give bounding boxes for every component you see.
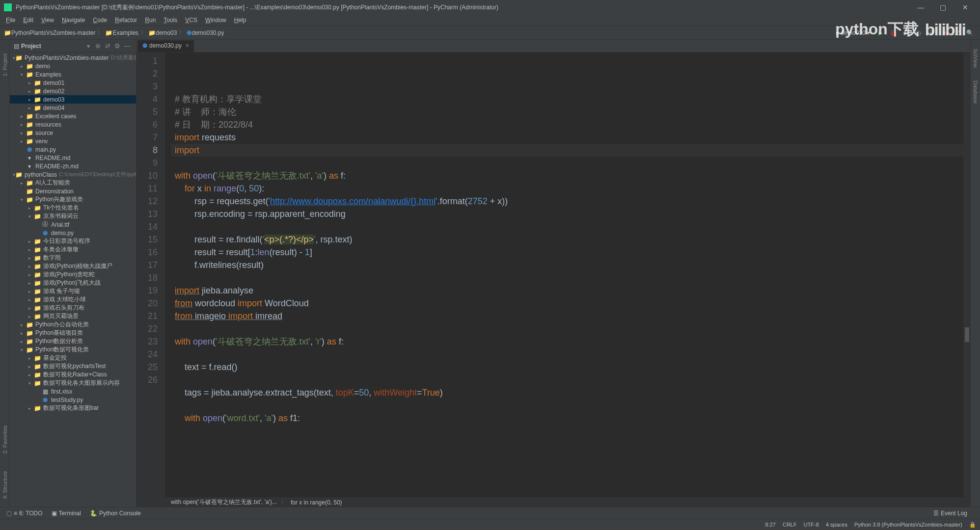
- menu-edit[interactable]: Edit: [19, 17, 37, 24]
- code-line[interactable]: result = result[1:len(result) - 1]: [175, 246, 963, 259]
- menu-run[interactable]: Run: [141, 17, 160, 24]
- code-line[interactable]: [175, 271, 963, 284]
- close-tab-icon[interactable]: ×: [186, 42, 189, 49]
- tree-item[interactable]: ▾📁pythonClassC:\Users\EDY\Desktop\文件\pyt…: [10, 170, 136, 179]
- tree-item[interactable]: ▸📁游戏 兔子与獾: [10, 287, 136, 295]
- tree-item[interactable]: ▾README.md: [10, 154, 136, 162]
- line-number[interactable]: 15: [136, 233, 158, 246]
- line-number[interactable]: 4: [136, 93, 158, 106]
- tree-item[interactable]: 📁Demonstration: [10, 187, 136, 195]
- editor-tab[interactable]: ⬢demo030.py×: [137, 40, 194, 52]
- run-button[interactable]: ▶: [875, 27, 886, 38]
- expand-arrow-icon[interactable]: ▸: [28, 272, 33, 277]
- code-line[interactable]: [175, 322, 963, 335]
- tree-item[interactable]: ▸📁Python数据分析类: [10, 337, 136, 345]
- code-line[interactable]: [175, 348, 963, 361]
- tree-item[interactable]: ▾📁Examples: [10, 70, 136, 79]
- expand-arrow-icon[interactable]: ▸: [28, 106, 33, 110]
- code-line[interactable]: result = re.findall('<p>(.*?)</p>', rsp.…: [175, 233, 963, 246]
- tree-item[interactable]: ▸📁demo01: [10, 79, 136, 87]
- expand-arrow-icon[interactable]: ▾: [28, 381, 33, 386]
- tree-item[interactable]: ▸📁游戏石头剪刀布: [10, 304, 136, 312]
- select-opened-file-button[interactable]: ⊕: [93, 42, 103, 50]
- expand-all-button[interactable]: ⇄: [103, 42, 112, 50]
- expand-arrow-icon[interactable]: ▸: [28, 356, 33, 361]
- menu-navigate[interactable]: Navigate: [58, 17, 89, 24]
- code-breadcrumb-item[interactable]: for x in range(0, 50): [291, 499, 342, 506]
- menu-file[interactable]: File: [2, 17, 19, 24]
- expand-arrow-icon[interactable]: ▸: [28, 97, 33, 102]
- expand-arrow-icon[interactable]: ▸: [28, 314, 33, 319]
- expand-arrow-icon[interactable]: ▾: [21, 72, 26, 77]
- expand-arrow-icon[interactable]: ▸: [28, 297, 33, 302]
- file-encoding[interactable]: UTF-8: [804, 522, 819, 528]
- favorites-tool-button[interactable]: 2: Favorites: [2, 422, 8, 457]
- vcs-button[interactable]: ⎇: [952, 27, 962, 38]
- expand-arrow-icon[interactable]: ▸: [21, 131, 26, 135]
- editor-scrollbar[interactable]: [963, 53, 970, 497]
- code-line[interactable]: for x in range(0, 50):: [175, 182, 963, 195]
- line-number[interactable]: 10: [136, 169, 158, 182]
- tree-item[interactable]: ▸📁Excellent cases: [10, 112, 136, 120]
- code-breadcrumb-item[interactable]: with open('斗破苍穹之纳兰无敌.txt', 'a')...: [171, 498, 277, 506]
- code-line[interactable]: with open('斗破苍穹之纳兰无敌.txt', 'r') as f:: [175, 335, 963, 348]
- code-line[interactable]: rsp.encoding = rsp.apparent_encoding: [175, 208, 963, 220]
- breadcrumb-item[interactable]: PythonPlantsVsZombies-master: [11, 29, 95, 36]
- database-tool-button[interactable]: Database: [973, 77, 979, 107]
- tree-item[interactable]: ▦first.xlsx: [10, 387, 136, 396]
- code-line[interactable]: tags = jieba.analyse.extract_tags(text, …: [175, 386, 963, 399]
- menu-refactor[interactable]: Refactor: [111, 17, 141, 24]
- expand-arrow-icon[interactable]: ▸: [21, 331, 26, 336]
- line-number[interactable]: 1: [136, 54, 158, 67]
- tree-item[interactable]: ▾📁Python兴趣游戏类: [10, 195, 136, 204]
- tree-item[interactable]: ▸📁source: [10, 129, 136, 137]
- menu-vcs[interactable]: VCS: [181, 17, 201, 24]
- code-line[interactable]: # 教育机构：享学课堂: [175, 93, 963, 106]
- project-tool-button[interactable]: 1: Project: [2, 50, 8, 80]
- tree-item[interactable]: ▸📁Python基础项目类: [10, 329, 136, 337]
- line-number[interactable]: 26: [136, 373, 158, 386]
- line-number[interactable]: 5: [136, 106, 158, 118]
- minimize-button[interactable]: —: [910, 3, 932, 11]
- line-number[interactable]: 13: [136, 208, 158, 220]
- tree-item[interactable]: ▸📁venv: [10, 137, 136, 145]
- close-button[interactable]: ✕: [954, 3, 976, 11]
- expand-arrow-icon[interactable]: ▸: [21, 139, 26, 144]
- readonly-lock-icon[interactable]: 🔒: [969, 522, 976, 528]
- expand-arrow-icon[interactable]: ▸: [28, 247, 33, 252]
- line-number[interactable]: 19: [136, 284, 158, 297]
- structure-tool-button[interactable]: 4: Structure: [2, 467, 8, 503]
- tree-item[interactable]: ▸📁demo03: [10, 95, 136, 104]
- tree-item[interactable]: ▸📁网页灭霸场景: [10, 312, 136, 320]
- line-number[interactable]: 2: [136, 67, 158, 80]
- tree-item[interactable]: ▸📁数据可视化pychartsTest: [10, 362, 136, 371]
- code-line[interactable]: [175, 220, 963, 233]
- code-line[interactable]: f.writelines(result): [175, 259, 963, 271]
- expand-arrow-icon[interactable]: ▸: [21, 181, 26, 186]
- expand-arrow-icon[interactable]: ▸: [28, 206, 33, 211]
- expand-arrow-icon[interactable]: ▸: [28, 80, 33, 85]
- line-number[interactable]: 25: [136, 361, 158, 373]
- tree-item[interactable]: ▸📁demo04: [10, 104, 136, 112]
- expand-arrow-icon[interactable]: ▸: [28, 89, 33, 94]
- line-number[interactable]: 3: [136, 80, 158, 93]
- code-line[interactable]: # 日 期：2022/8/4: [175, 118, 963, 131]
- expand-arrow-icon[interactable]: ▸: [28, 264, 33, 269]
- line-number[interactable]: 6: [136, 118, 158, 131]
- tool-window-menu-icon[interactable]: ▢: [4, 510, 14, 517]
- tree-item[interactable]: ⒶArial.ttf: [10, 220, 136, 229]
- bottom-tool-6-todo[interactable]: ≡6: TODO: [14, 510, 43, 517]
- line-number[interactable]: 17: [136, 259, 158, 271]
- expand-arrow-icon[interactable]: ▸: [21, 122, 26, 127]
- code-line[interactable]: [175, 157, 963, 169]
- line-number[interactable]: 8: [136, 144, 158, 157]
- search-everywhere-button[interactable]: 🔍: [964, 27, 975, 38]
- settings-icon[interactable]: ⚙: [112, 42, 122, 50]
- tree-item[interactable]: ⬢demo.py: [10, 229, 136, 237]
- line-number[interactable]: 22: [136, 322, 158, 335]
- expand-arrow-icon[interactable]: ▸: [21, 339, 26, 344]
- tree-item[interactable]: ▸📁游戏(Python)贪吃蛇: [10, 270, 136, 279]
- expand-arrow-icon[interactable]: ▸: [28, 306, 33, 311]
- python-interpreter[interactable]: Python 3.8 (PythonPlantsVsZombies-master…: [854, 522, 962, 528]
- expand-arrow-icon[interactable]: ▾: [21, 347, 26, 352]
